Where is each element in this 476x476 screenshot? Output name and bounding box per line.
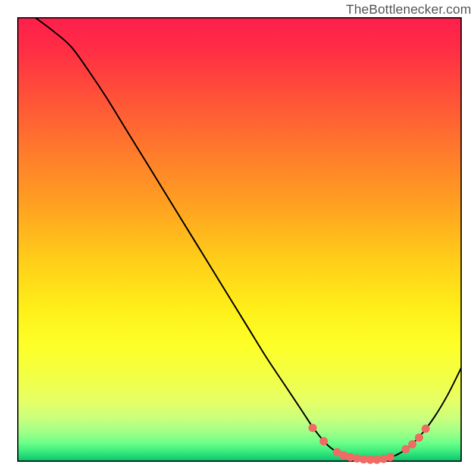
curve-marker: [415, 434, 423, 442]
plot-background: [18, 18, 461, 461]
curve-marker: [320, 437, 328, 445]
attribution-watermark: TheBottlenecker.com: [346, 2, 471, 17]
curve-marker: [408, 440, 416, 449]
curve-marker: [421, 425, 430, 433]
bottleneck-chart: [0, 0, 476, 476]
chart-frame: TheBottlenecker.com: [0, 0, 476, 476]
curve-marker: [386, 453, 394, 461]
curve-marker: [308, 424, 317, 432]
curve-marker: [402, 445, 410, 453]
